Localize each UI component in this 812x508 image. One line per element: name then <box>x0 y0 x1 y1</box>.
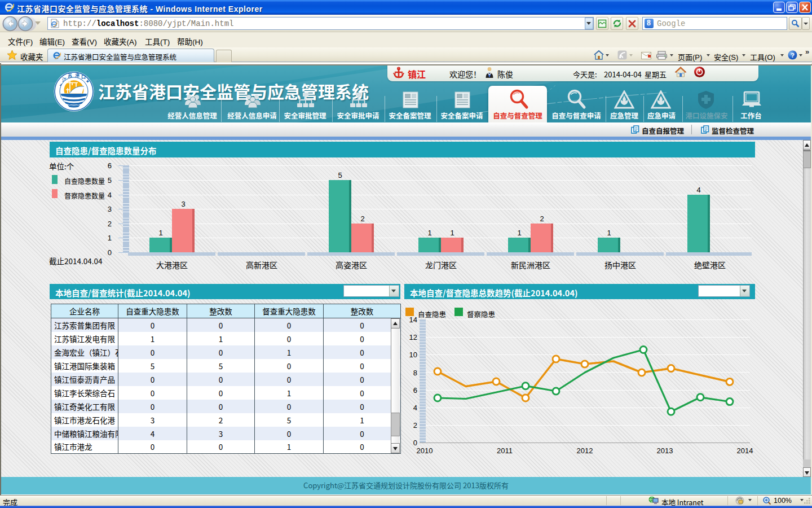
svg-text:港: 港 <box>75 72 80 78</box>
svg-text:✦: ✦ <box>86 78 90 84</box>
svg-text:?: ? <box>791 52 795 59</box>
svg-text:口: 口 <box>81 73 86 80</box>
